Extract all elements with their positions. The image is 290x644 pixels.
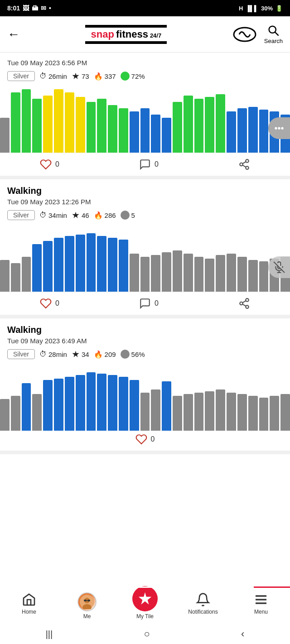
fire-icon-2: 🔥: [94, 211, 103, 220]
chart-bar: [140, 108, 150, 153]
chart-bar: [108, 375, 117, 431]
header: ← snap fitness 24/7 Search: [0, 16, 290, 53]
chart-bar: [32, 394, 42, 431]
svg-point-4: [240, 163, 243, 166]
logo-top-bar: [85, 25, 167, 28]
card-2-title: Walking: [7, 186, 283, 196]
chart-bar: [248, 107, 258, 153]
myzone-stat-icon-2: [72, 211, 80, 219]
heart-icon-2: [40, 298, 52, 309]
workout-card-3: Walking Tue 09 May 2023 6:49 AM Silver ⏱…: [0, 318, 290, 454]
svg-line-6: [242, 165, 246, 167]
svg-line-7: [242, 162, 246, 163]
status-time: 8:01: [7, 5, 20, 12]
svg-rect-19: [84, 600, 87, 601]
heart-icon: [40, 159, 52, 170]
nav-me[interactable]: Me: [58, 592, 116, 620]
like-button-3[interactable]: 0: [135, 433, 155, 445]
nav-home[interactable]: Home: [0, 592, 58, 615]
search-label: Search: [264, 38, 283, 44]
chart-bar: [54, 89, 63, 153]
chart-bar: [97, 99, 106, 153]
mytile-icon: [137, 591, 153, 606]
nav-me-label: Me: [83, 613, 91, 620]
share-button-1[interactable]: [238, 159, 250, 170]
chart-bar: [184, 254, 193, 292]
chart-bar: [162, 252, 171, 292]
chart-bar: [130, 111, 139, 153]
clock-icon-3: ⏱: [39, 350, 47, 358]
chart-bar: [248, 260, 258, 292]
system-recent-icon[interactable]: |||: [46, 629, 53, 639]
card-1-chart: •••: [0, 89, 290, 153]
chart-bar: [108, 238, 117, 292]
system-back-icon[interactable]: ‹: [241, 628, 244, 640]
svg-point-13: [246, 305, 249, 308]
chart-bar: [0, 260, 10, 292]
chart-bar: [87, 233, 96, 292]
nav-mytile[interactable]: My Tile: [116, 592, 174, 620]
card-1-duration: ⏱ 26min: [39, 72, 67, 80]
chart-bar: [43, 241, 53, 292]
chart-bar: [270, 396, 279, 431]
svg-point-11: [246, 298, 249, 302]
chart-bar: [76, 375, 85, 431]
status-mail-icon: ✉: [41, 5, 46, 12]
workout-card-1: Tue 09 May 2023 6:56 PM Silver ⏱ 26min 7…: [0, 53, 290, 179]
system-home-icon[interactable]: ○: [144, 628, 150, 640]
workout-card-2: Walking Tue 09 May 2023 12:26 PM Silver …: [0, 179, 290, 318]
nav-home-label: Home: [22, 609, 36, 615]
share-icon: [238, 159, 250, 170]
chart-bar: [184, 394, 193, 431]
status-right-area: H ▐▌▌ 30% 🔋: [239, 5, 283, 12]
chart-bar: [237, 108, 247, 153]
mute-button[interactable]: [268, 256, 290, 278]
card-3-stats: Silver ⏱ 28min 34 🔥 209 56%: [7, 349, 283, 359]
chart-bar: [151, 255, 160, 292]
mytile-button[interactable]: [132, 586, 158, 611]
chart-bar: [130, 254, 139, 292]
nav-notifications[interactable]: Notifications: [174, 592, 232, 615]
nav-notifications-label: Notifications: [188, 609, 218, 615]
app-logo: snap fitness 24/7: [85, 25, 167, 44]
card-2-duration: ⏱ 34min: [39, 211, 67, 219]
chart-bar: [65, 377, 74, 431]
comment-button-2[interactable]: 0: [139, 298, 159, 309]
back-button[interactable]: ←: [7, 27, 20, 42]
myzone-stat-icon: [72, 72, 80, 80]
chart-bar: [65, 92, 74, 153]
heart-icon-3: [135, 433, 147, 445]
bell-icon: [196, 592, 210, 607]
chart-bar: [259, 261, 269, 292]
status-signal: H: [239, 5, 243, 12]
card-3-badge: Silver: [7, 349, 35, 359]
chart-bar: [173, 102, 182, 153]
share-button-2[interactable]: [238, 298, 250, 309]
search-button[interactable]: Search: [264, 24, 283, 44]
fire-icon: 🔥: [94, 72, 103, 81]
card-2-chart: [0, 228, 290, 292]
svg-line-15: [242, 301, 246, 303]
card-2-badge: Silver: [7, 210, 35, 220]
bottom-navigation: Home Me My Tile: [0, 586, 290, 644]
status-map-icon: 🏔: [32, 5, 38, 12]
more-options-button[interactable]: •••: [268, 117, 290, 139]
like-button-2[interactable]: 0: [40, 298, 59, 309]
status-bar: 8:01 🖼 🏔 ✉ • H ▐▌▌ 30% 🔋: [0, 0, 290, 16]
chart-bar: [130, 380, 139, 431]
chart-bar: [54, 379, 63, 431]
chart-bar: [87, 102, 96, 153]
card-3-header: Walking Tue 09 May 2023 6:49 AM Silver ⏱…: [0, 318, 290, 367]
comment-button-1[interactable]: 0: [139, 159, 159, 170]
nav-menu[interactable]: Menu: [232, 592, 290, 615]
effort-circle-gray-3: [121, 350, 130, 359]
svg-point-3: [246, 159, 249, 163]
like-button-1[interactable]: 0: [40, 159, 59, 170]
nav-menu-label: Menu: [254, 609, 268, 615]
chart-bar: [194, 99, 204, 153]
chart-bar: [43, 380, 53, 431]
chart-bar: [119, 377, 128, 431]
clock-icon-2: ⏱: [39, 211, 47, 219]
comment-icon-2: [139, 298, 151, 309]
active-tab-indicator: [254, 586, 290, 588]
